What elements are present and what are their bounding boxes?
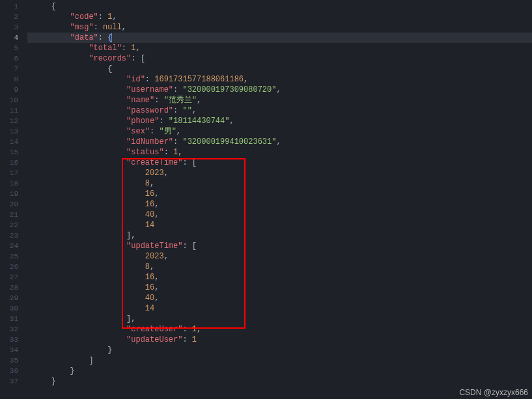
token-key: "username"	[126, 85, 173, 94]
code-line[interactable]: 2023,	[27, 251, 532, 262]
code-line[interactable]: 8,	[27, 178, 532, 189]
line-number: 35	[0, 355, 27, 366]
code-line[interactable]: ]	[27, 355, 532, 366]
line-number: 1	[0, 1, 27, 12]
token-punc: : [	[182, 241, 197, 251]
token-punc: ,	[244, 75, 248, 84]
token-str: "320000199410023631"	[182, 137, 276, 146]
token-num: 40	[145, 294, 154, 303]
token-punc: {	[107, 64, 112, 74]
line-number: 36	[0, 366, 27, 376]
code-line[interactable]: "code": 1,	[27, 12, 532, 22]
line-number: 14	[0, 137, 27, 147]
token-punc: ,	[154, 294, 159, 303]
line-number: 17	[0, 168, 27, 178]
token-punc: : [	[182, 158, 197, 167]
code-line[interactable]: }	[27, 345, 532, 355]
code-line[interactable]: 40,	[27, 210, 532, 220]
token-num: 14	[145, 304, 154, 313]
code-line[interactable]: "createTime": [	[27, 158, 532, 168]
token-punc: }	[107, 346, 112, 355]
token-punc: ]	[89, 356, 93, 365]
code-line[interactable]: ],	[27, 230, 532, 241]
line-number: 32	[0, 324, 27, 335]
token-punc: : {	[98, 33, 113, 42]
code-line[interactable]: "updateUser": 1	[27, 335, 532, 345]
token-punc: :	[173, 137, 182, 146]
token-punc: ,	[164, 169, 169, 178]
token-punc: ,	[229, 117, 234, 126]
token-num: 16	[145, 273, 154, 282]
code-line[interactable]: }	[27, 366, 532, 376]
token-punc: ,	[154, 283, 159, 292]
line-number: 31	[0, 314, 27, 324]
line-number: 28	[0, 282, 27, 293]
code-line[interactable]: 2023,	[27, 168, 532, 178]
code-line[interactable]: "password": "",	[27, 105, 532, 116]
code-line[interactable]: "createUser": 1,	[27, 324, 532, 335]
code-line[interactable]: 16,	[27, 272, 532, 282]
token-punc: ],	[126, 314, 135, 323]
line-number: 20	[0, 199, 27, 210]
token-key: "updateUser"	[126, 335, 182, 344]
code-line[interactable]: {	[27, 64, 532, 74]
code-line[interactable]: 40,	[27, 293, 532, 303]
code-line[interactable]: ],	[27, 314, 532, 324]
line-number: 12	[0, 116, 27, 126]
token-punc: ,	[154, 200, 159, 209]
code-line[interactable]: }	[27, 376, 532, 387]
token-num: 16	[145, 189, 154, 199]
line-number: 9	[0, 85, 27, 95]
code-line[interactable]: "total": 1,	[27, 43, 532, 53]
token-punc: ,	[276, 85, 281, 94]
line-number-gutter: 1234567891011121314151617181920212223242…	[0, 0, 27, 399]
code-line[interactable]: 16,	[27, 282, 532, 293]
line-number: 25	[0, 251, 27, 262]
token-punc: :	[182, 325, 191, 334]
code-line[interactable]: {	[27, 1, 532, 12]
token-punc: :	[182, 335, 191, 344]
code-line[interactable]: 8,	[27, 262, 532, 272]
code-line[interactable]: 16,	[27, 189, 532, 199]
token-punc: :	[173, 85, 182, 94]
line-number: 27	[0, 272, 27, 282]
token-key: "name"	[126, 96, 154, 105]
code-line[interactable]: 16,	[27, 199, 532, 210]
token-key: "sex"	[126, 127, 150, 136]
token-punc: ,	[150, 262, 154, 271]
token-punc: ,	[135, 44, 140, 53]
line-number: 10	[0, 95, 27, 105]
token-num: 8	[145, 179, 150, 188]
token-key: "msg"	[70, 23, 94, 32]
token-punc: ,	[154, 273, 159, 282]
token-str: "范秀兰"	[164, 96, 197, 105]
code-line[interactable]: "phone": "18114430744",	[27, 116, 532, 126]
code-line[interactable]: "updateTime": [	[27, 241, 532, 251]
code-line[interactable]: "records": [	[27, 53, 532, 64]
token-punc: ,	[192, 106, 197, 115]
code-line[interactable]: "data": {	[27, 33, 532, 43]
code-line[interactable]: "id": 1691731577188061186,	[27, 74, 532, 85]
token-key: "updateTime"	[126, 241, 182, 251]
token-num: 2023	[145, 252, 164, 261]
code-line[interactable]: "idNumber": "320000199410023631",	[27, 137, 532, 147]
code-line[interactable]: "sex": "男",	[27, 126, 532, 137]
token-key: "phone"	[126, 117, 159, 126]
code-line[interactable]: "status": 1,	[27, 147, 532, 158]
code-area[interactable]: { "code": 1, "msg": null, "data": { "tot…	[27, 0, 532, 399]
token-key: "status"	[126, 148, 164, 157]
code-editor[interactable]: 1234567891011121314151617181920212223242…	[0, 0, 532, 399]
code-line[interactable]: 14	[27, 303, 532, 314]
token-null: null	[103, 23, 122, 32]
token-punc: ,	[276, 137, 281, 146]
code-line[interactable]: "msg": null,	[27, 22, 532, 33]
code-line[interactable]: 14	[27, 220, 532, 230]
token-num: 1691731577188061186	[154, 75, 244, 84]
line-number: 15	[0, 147, 27, 158]
code-line[interactable]: "username": "320000197309080720",	[27, 85, 532, 95]
token-str: ""	[182, 106, 191, 115]
code-line[interactable]: "name": "范秀兰",	[27, 95, 532, 105]
line-number: 34	[0, 345, 27, 355]
cursor	[111, 33, 112, 42]
line-number: 29	[0, 293, 27, 303]
